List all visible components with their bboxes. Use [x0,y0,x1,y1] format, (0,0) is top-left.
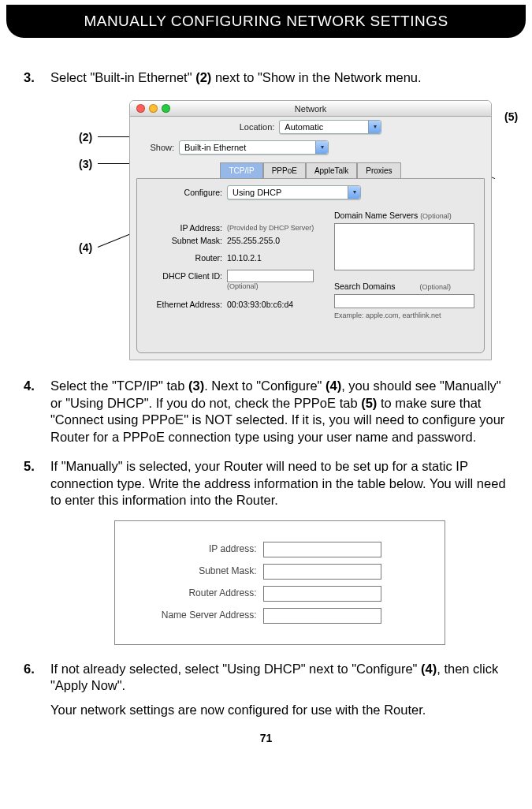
callout-3: (3) [79,157,92,171]
s4-b1: (3) [188,378,204,393]
tab-tcpip[interactable]: TCP/IP [220,162,262,178]
ip-note: (Provided by DHCP Server) [227,224,314,233]
dns-optional: (Optional) [420,212,452,220]
search-domains-optional: (Optional) [420,283,452,291]
s5-text: If "Manually" is selected, your Router w… [50,459,506,507]
network-screenshot: (2) (3) (4) (5) Network Locati [98,100,523,360]
subnet-label: Subnet Mask: [143,236,222,247]
tab-proxies[interactable]: Proxies [357,162,400,178]
dns-label: Domain Name Servers [334,211,418,220]
step-5: If "Manually" is selected, your Router w… [24,458,508,644]
form-dns-input[interactable] [263,608,381,624]
s6-t1: If not already selected, select "Using D… [50,662,421,676]
window-title: Network [130,103,491,114]
show-value: Built-in Ethernet [184,142,246,153]
form-ip-input[interactable] [263,542,381,557]
form-dns-label: Name Server Address: [137,610,263,622]
search-domains-label: Search Domains [334,281,396,291]
s4-t1: Select the "TCP/IP" tab [50,378,188,393]
page-number: 71 [24,732,508,744]
router-label: Router: [143,253,222,264]
page-header: MANUALLY CONFIGURING NETWORK SETTINGS [6,5,526,38]
s4-b2: (4) [326,378,341,393]
tab-appletalk[interactable]: AppleTalk [306,162,357,178]
location-value: Automatic [285,121,323,132]
step-3: Select "Built-in Ethernet" (2) next to "… [24,69,508,360]
form-subnet-label: Subnet Mask: [137,565,263,578]
s6-b1: (4) [421,662,437,676]
address-form: IP address: Subnet Mask: Router Address:… [114,520,445,645]
chevron-updown-icon: ▾ [348,186,360,199]
mac-network-window: Network Location: Automatic ▾ Show: Buil… [129,100,492,360]
dhcp-client-note: (Optional) [227,282,259,292]
location-select[interactable]: Automatic ▾ [279,120,381,134]
chevron-updown-icon: ▾ [315,141,328,154]
form-ip-label: IP address: [137,543,263,556]
configure-label: Configure: [143,188,222,199]
form-subnet-input[interactable] [263,564,381,580]
router-value: 10.10.2.1 [227,253,262,264]
search-domains-input[interactable] [334,294,474,308]
location-label: Location: [240,121,275,132]
tab-pppoe[interactable]: PPPoE [263,162,306,178]
tcpip-panel: Configure: Using DHCP ▾ IP Address: (Pro… [136,178,485,353]
step-4: Select the "TCP/IP" tab (3). Next to "Co… [24,378,508,446]
dhcp-client-label: DHCP Client ID: [143,271,222,282]
s6-sub: Your network settings are now configured… [50,702,508,718]
form-router-input[interactable] [263,586,381,602]
step3-text-b: next to "Show in the Network menu. [211,70,421,84]
callout-2: (2) [79,130,92,144]
ethernet-value: 00:03:93:0b:c6:d4 [227,300,293,311]
tab-bar: TCP/IP PPPoE AppleTalk Proxies [130,162,491,178]
show-label: Show: [140,142,174,153]
configure-value: Using DHCP [233,187,281,198]
s4-b3: (5) [361,396,377,410]
show-select[interactable]: Built-in Ethernet ▾ [179,140,329,155]
step-6: If not already selected, select "Using D… [24,661,508,719]
search-domains-example: Example: apple.com, earthlink.net [334,311,484,321]
chevron-updown-icon: ▾ [368,121,381,133]
callout-5: (5) [504,110,518,124]
s4-t2: . Next to "Configure" [204,378,326,393]
form-router-label: Router Address: [137,587,263,600]
page-content: Select "Built-in Ethernet" (2) next to "… [0,38,532,752]
callout-4: (4) [79,240,92,255]
ip-label: IP Address: [143,223,222,234]
ethernet-label: Ethernet Address: [143,300,222,311]
dhcp-client-input[interactable] [227,270,314,282]
configure-select[interactable]: Using DHCP ▾ [227,185,361,199]
step3-ref-2: (2) [195,70,211,84]
dns-input[interactable] [334,223,474,270]
subnet-value: 255.255.255.0 [227,236,280,247]
step3-text-a: Select "Built-in Ethernet" [50,70,195,84]
